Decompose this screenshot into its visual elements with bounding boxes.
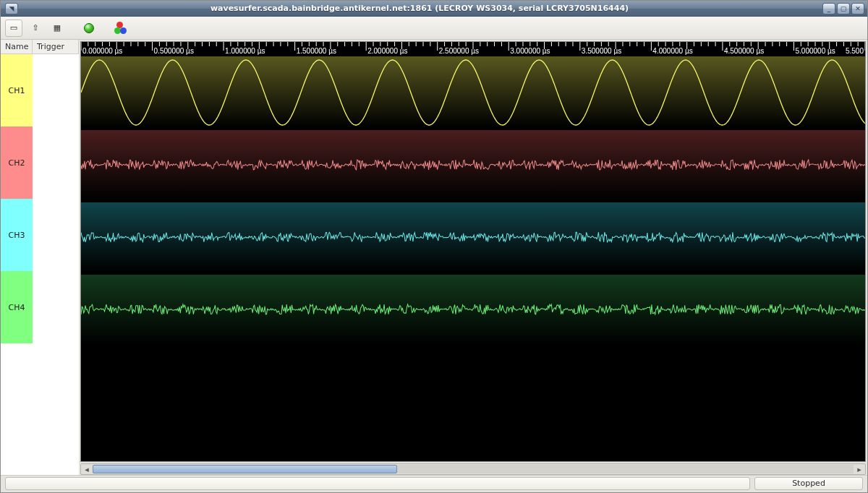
rgb-icon (114, 22, 127, 35)
trigger-column (33, 54, 79, 475)
channel-panel-header: Name Trigger on (1, 40, 78, 54)
plot-area: 0.000000 µs0.500000 µs1.000000 µs1.50000… (79, 40, 867, 475)
svg-text:2.000000 µs: 2.000000 µs (367, 47, 407, 55)
main-area: Name Trigger on CH1 CH2 CH3 CH4 (1, 40, 867, 475)
status-state: Stopped (754, 477, 863, 490)
status-bar: Stopped (1, 475, 867, 492)
svg-text:2.500000 µs: 2.500000 µs (439, 47, 479, 55)
svg-text:3.000000 µs: 3.000000 µs (510, 47, 550, 55)
window-titlebar: ◥ wavesurfer.scada.bainbridge.antikernel… (1, 1, 867, 17)
channel-colors-button[interactable] (112, 20, 129, 37)
channel-label-ch4[interactable]: CH4 (1, 271, 33, 343)
svg-text:5.000000 µs: 5.000000 µs (795, 47, 835, 55)
window-menu-button[interactable]: ◥ (5, 3, 18, 14)
channel-label-ch2[interactable]: CH2 (1, 127, 33, 199)
scroll-track[interactable] (93, 465, 854, 473)
document-icon: ▭ (10, 23, 17, 33)
column-name-header[interactable]: Name (1, 40, 33, 53)
column-trigger-header[interactable]: Trigger on (33, 40, 79, 53)
export-icon: ⇧ (32, 23, 38, 33)
channel-panel: Name Trigger on CH1 CH2 CH3 CH4 (1, 40, 79, 475)
channel-label-ch3[interactable]: CH3 (1, 199, 33, 271)
status-progress (5, 477, 750, 490)
channel-label-ch1[interactable]: CH1 (1, 54, 33, 127)
channel-panel-body: CH1 CH2 CH3 CH4 (1, 54, 78, 475)
svg-text:1.000000 µs: 1.000000 µs (225, 47, 265, 55)
toolbar-button-2[interactable]: ⇧ (27, 20, 44, 37)
scroll-left-arrow[interactable]: ◂ (81, 464, 93, 474)
toolbar-button-1[interactable]: ▭ (5, 20, 22, 37)
svg-text:3.500000 µs: 3.500000 µs (582, 47, 621, 55)
record-icon (84, 23, 94, 33)
minimize-button[interactable]: _ (822, 3, 835, 14)
close-button[interactable]: ✕ (851, 3, 864, 14)
svg-text:0.500000 µs: 0.500000 µs (154, 47, 194, 55)
svg-text:4.500000 µs: 4.500000 µs (724, 47, 764, 55)
svg-rect-128 (81, 346, 865, 461)
svg-text:1.500000 µs: 1.500000 µs (297, 47, 336, 55)
horizontal-scrollbar[interactable]: ◂ ▸ (80, 463, 866, 475)
grid-icon: ▦ (54, 23, 61, 33)
svg-text:5.500: 5.500 (846, 47, 864, 55)
scroll-right-arrow[interactable]: ▸ (854, 464, 865, 474)
svg-text:0.000000 µs: 0.000000 µs (82, 47, 122, 55)
oscilloscope-display[interactable]: 0.000000 µs0.500000 µs1.000000 µs1.50000… (80, 41, 866, 462)
toolbar-button-3[interactable]: ▦ (48, 20, 66, 37)
run-button[interactable] (80, 20, 98, 37)
maximize-button[interactable]: ▢ (837, 3, 850, 14)
scroll-thumb[interactable] (93, 465, 397, 473)
toolbar: ▭ ⇧ ▦ (1, 17, 867, 40)
svg-text:4.000000 µs: 4.000000 µs (652, 47, 692, 55)
window-title: wavesurfer.scada.bainbridge.antikernel.n… (18, 4, 821, 13)
